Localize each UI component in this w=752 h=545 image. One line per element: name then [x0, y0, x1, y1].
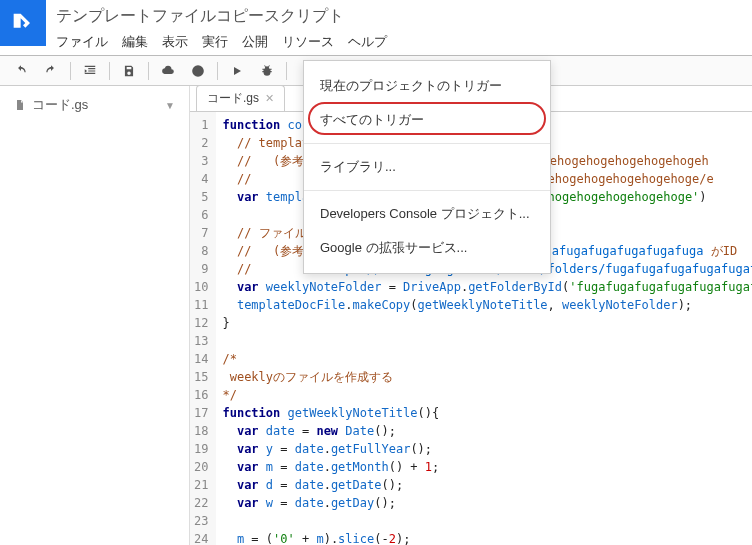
toolbar-separator: [148, 62, 149, 80]
menu-edit[interactable]: 編集: [122, 33, 148, 51]
undo-button[interactable]: [10, 60, 32, 82]
menu-publish[interactable]: 公開: [242, 33, 268, 51]
redo-button[interactable]: [40, 60, 62, 82]
menu-file[interactable]: ファイル: [56, 33, 108, 51]
menu-resource[interactable]: リソース: [282, 33, 334, 51]
indent-button[interactable]: [79, 60, 101, 82]
close-icon[interactable]: ✕: [265, 92, 274, 105]
run-button[interactable]: [226, 60, 248, 82]
tab-code[interactable]: コード.gs ✕: [196, 86, 285, 111]
menu-separator: [304, 143, 550, 144]
deploy-button[interactable]: [157, 60, 179, 82]
menu-view[interactable]: 表示: [162, 33, 188, 51]
dropdown-item[interactable]: Google の拡張サービス...: [304, 231, 550, 265]
toolbar-separator: [286, 62, 287, 80]
sidebar-file-label: コード.gs: [32, 96, 88, 114]
dropdown-item[interactable]: すべてのトリガー: [304, 103, 550, 137]
tab-label: コード.gs: [207, 90, 259, 107]
gas-app-icon: [0, 0, 46, 46]
project-title[interactable]: テンプレートファイルコピースクリプト: [56, 6, 742, 27]
debug-button[interactable]: [256, 60, 278, 82]
toolbar-separator: [70, 62, 71, 80]
menu-run[interactable]: 実行: [202, 33, 228, 51]
resource-menu-dropdown: 現在のプロジェクトのトリガーすべてのトリガーライブラリ...Developers…: [303, 60, 551, 274]
dropdown-item[interactable]: ライブラリ...: [304, 150, 550, 184]
trigger-button[interactable]: [187, 60, 209, 82]
toolbar-separator: [109, 62, 110, 80]
file-icon: [14, 98, 26, 112]
line-gutter: 1234567891011121314151617181920212223242…: [190, 112, 216, 545]
sidebar: コード.gs ▼: [0, 86, 190, 545]
caret-down-icon: ▼: [165, 100, 175, 111]
dropdown-item[interactable]: 現在のプロジェクトのトリガー: [304, 69, 550, 103]
menu-help[interactable]: ヘルプ: [348, 33, 387, 51]
dropdown-item[interactable]: Developers Console プロジェクト...: [304, 197, 550, 231]
menu-bar: ファイル編集表示実行公開リソースヘルプ: [56, 27, 742, 51]
save-button[interactable]: [118, 60, 140, 82]
toolbar-separator: [217, 62, 218, 80]
menu-separator: [304, 190, 550, 191]
sidebar-file-code[interactable]: コード.gs ▼: [8, 92, 181, 118]
